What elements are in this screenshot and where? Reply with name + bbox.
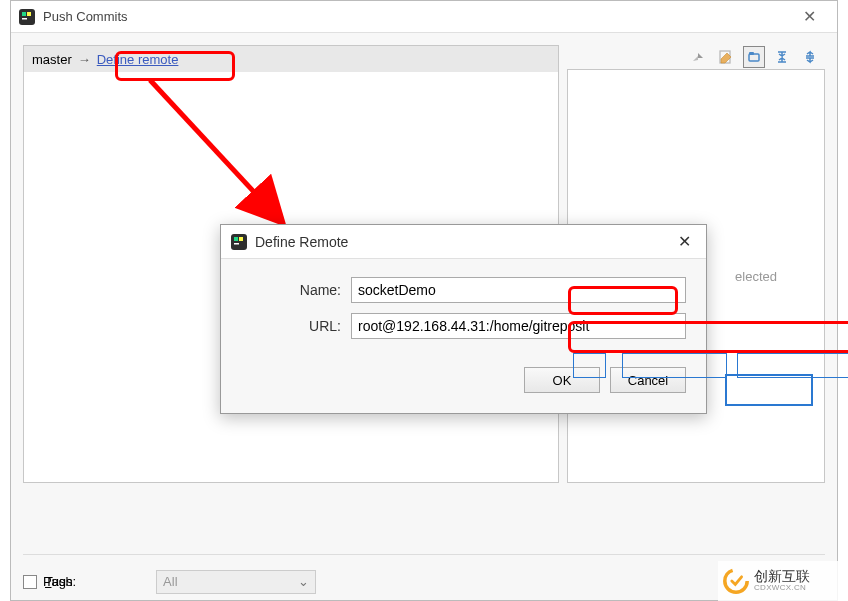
branch-name: master [32, 52, 72, 67]
window-title: Push Commits [43, 9, 789, 24]
select-value: All [163, 574, 177, 589]
edit-icon[interactable] [715, 46, 737, 68]
push-tags-select[interactable]: All ⌄ [156, 570, 316, 594]
name-row: Name: [241, 277, 686, 303]
define-remote-link[interactable]: Define remote [97, 52, 179, 67]
ok-button[interactable]: OK [524, 367, 600, 393]
name-input[interactable] [351, 277, 686, 303]
name-label: Name: [241, 282, 351, 298]
svg-rect-2 [27, 12, 31, 16]
url-label: URL: [241, 318, 351, 334]
titlebar: Push Commits ✕ [11, 1, 837, 33]
push-tags-checkbox[interactable] [23, 575, 37, 589]
svg-point-12 [725, 570, 747, 592]
diff-toolbar [567, 45, 825, 69]
dialog-titlebar: Define Remote ✕ [221, 225, 706, 259]
dialog-body: Name: URL: [221, 259, 706, 359]
close-icon[interactable]: ✕ [789, 7, 829, 26]
dialog-close-icon[interactable]: ✕ [672, 232, 696, 251]
define-remote-dialog: Define Remote ✕ Name: URL: OK Cancel [220, 224, 707, 414]
watermark-en: CDXWCX.CN [754, 584, 810, 593]
svg-rect-9 [234, 237, 238, 241]
svg-rect-11 [234, 243, 239, 245]
collapse-icon[interactable] [771, 46, 793, 68]
url-input[interactable] [351, 313, 686, 339]
svg-rect-5 [749, 54, 759, 61]
arrow-right-icon: → [78, 52, 91, 67]
chevron-down-icon: ⌄ [298, 574, 309, 589]
url-row: URL: [241, 313, 686, 339]
expand-all-icon[interactable] [687, 46, 709, 68]
watermark-logo [722, 567, 750, 595]
svg-rect-10 [239, 237, 243, 241]
watermark: 创新互联 CDXWCX.CN [718, 561, 848, 601]
dialog-title: Define Remote [255, 234, 672, 250]
branch-row: master → Define remote [24, 46, 558, 72]
svg-rect-1 [22, 12, 26, 16]
svg-rect-3 [22, 18, 27, 20]
watermark-cn: 创新互联 [754, 569, 810, 584]
bottom-bar: Tags: Push Tags: Push All ⌄ [23, 554, 825, 600]
group-by-dir-icon[interactable] [743, 46, 765, 68]
app-icon [231, 234, 247, 250]
app-icon [19, 9, 35, 25]
dialog-buttons: OK Cancel [221, 359, 706, 393]
expand-icon[interactable] [799, 46, 821, 68]
cancel-button[interactable]: Cancel [610, 367, 686, 393]
svg-rect-6 [749, 52, 754, 55]
